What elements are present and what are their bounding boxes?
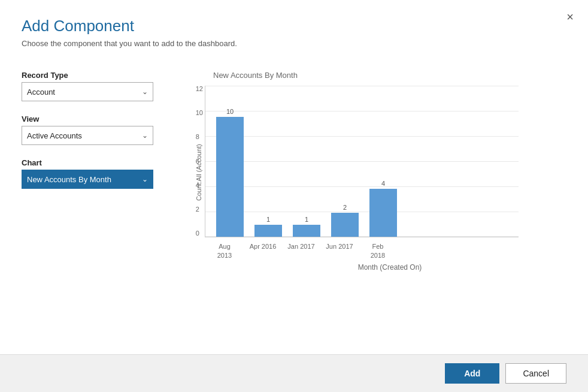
dialog-body: Record Type Account ⌄ View Active Accoun…	[0, 53, 588, 354]
y-ticks: 024681012	[196, 86, 205, 237]
y-tick: 8	[196, 134, 203, 140]
record-type-dropdown[interactable]: Account ⌄	[22, 82, 153, 101]
bar-value: 10	[226, 108, 234, 115]
add-component-dialog: Add Component Choose the component that …	[0, 0, 588, 392]
record-type-arrow-icon: ⌄	[142, 88, 148, 96]
y-tick: 0	[196, 230, 203, 237]
x-label: Jan 2017	[287, 242, 315, 260]
bar-value: 4	[381, 180, 385, 187]
chart-title: New Accounts By Month	[213, 71, 298, 80]
chart-plot: 024681012 101124	[205, 86, 519, 237]
x-label: Jun 2017	[326, 242, 353, 260]
chart-label: Chart	[22, 158, 171, 167]
bar	[293, 225, 320, 237]
record-type-value: Account	[27, 88, 55, 97]
dialog-footer: Add Cancel	[0, 354, 588, 392]
dialog-subtitle: Choose the component that you want to ad…	[22, 39, 566, 48]
chart-area: Count:All (Account) 024681012 101124 Aug…	[195, 86, 519, 260]
chart-inner: 024681012 101124 Aug 2013Apr 2016Jan 201…	[205, 86, 519, 260]
bar-value: 1	[266, 216, 270, 223]
bar-col: 10	[216, 108, 244, 237]
view-label: View	[22, 114, 171, 123]
dialog-header: Add Component Choose the component that …	[0, 0, 588, 53]
bar	[331, 213, 359, 237]
bar	[216, 117, 244, 237]
close-button[interactable]: ×	[566, 11, 574, 23]
view-arrow-icon: ⌄	[142, 131, 148, 140]
x-axis: Aug 2013Apr 2016Jan 2017Jun 2017Feb 2018	[205, 240, 519, 260]
y-tick: 10	[196, 110, 203, 116]
bar	[254, 225, 282, 237]
bar-value: 2	[343, 204, 347, 211]
bar-value: 1	[305, 216, 308, 223]
x-axis-title: Month (Created On)	[213, 263, 566, 272]
view-field: View Active Accounts ⌄	[22, 114, 171, 145]
bar	[369, 189, 397, 237]
bar-col: 1	[254, 216, 282, 237]
x-label: Apr 2016	[249, 242, 277, 260]
add-button[interactable]: Add	[445, 363, 499, 384]
left-panel: Record Type Account ⌄ View Active Accoun…	[22, 71, 171, 342]
y-tick: 2	[196, 206, 203, 213]
cancel-button[interactable]: Cancel	[505, 363, 566, 384]
chart-dropdown[interactable]: New Accounts By Month ⌄	[22, 170, 153, 189]
record-type-field: Record Type Account ⌄	[22, 71, 171, 101]
bar-col: 1	[293, 216, 320, 237]
y-tick: 12	[196, 86, 203, 92]
dialog-title: Add Component	[22, 17, 566, 35]
chart-container: Count:All (Account) 024681012 101124 Aug…	[195, 86, 566, 342]
bars-group: 101124	[210, 86, 519, 237]
x-label: Feb 2018	[364, 242, 392, 260]
view-value: Active Accounts	[27, 131, 82, 140]
view-dropdown[interactable]: Active Accounts ⌄	[22, 126, 153, 145]
bar-col: 4	[369, 180, 397, 237]
y-tick: 6	[196, 158, 203, 165]
record-type-label: Record Type	[22, 71, 171, 80]
bar-col: 2	[331, 204, 359, 237]
x-label: Aug 2013	[211, 242, 238, 260]
chart-value: New Accounts By Month	[27, 175, 111, 184]
right-panel: New Accounts By Month Count:All (Account…	[195, 71, 566, 342]
chart-field: Chart New Accounts By Month ⌄	[22, 158, 171, 189]
chart-arrow-icon: ⌄	[142, 175, 148, 183]
y-tick: 4	[196, 182, 203, 189]
